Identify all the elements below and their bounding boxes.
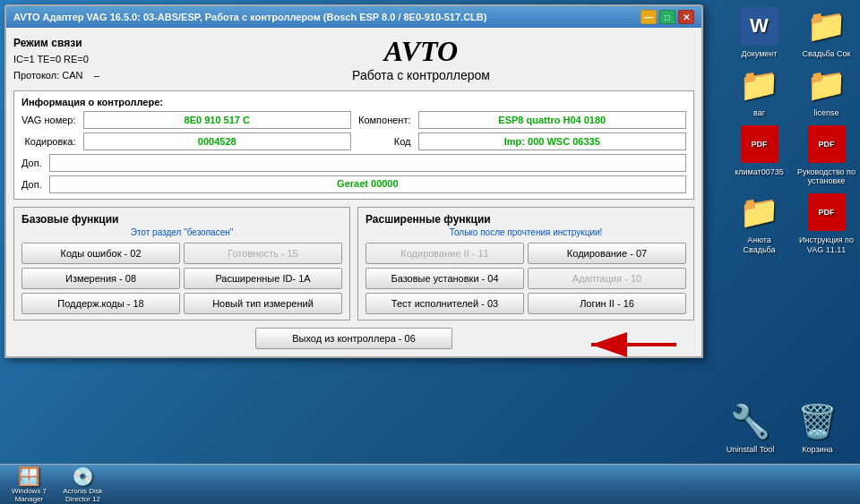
coding-button[interactable]: Кодирование - 07 xyxy=(528,243,686,264)
maximize-button[interactable]: □ xyxy=(659,10,675,24)
document-icon-label: Документ xyxy=(742,49,778,59)
license-icon-label: license xyxy=(813,108,838,118)
app-window: AVTO Адаптер VAG 16.5.0: 03-ABS/ESP, Раб… xyxy=(4,4,703,358)
acronis-label: Acronis DiskDirector 12 xyxy=(63,488,102,504)
kodrovka-label: Кодировка: xyxy=(22,136,76,147)
dop-row-2: Доп. Geraet 00000 xyxy=(22,175,686,193)
advanced-functions-title: Расширенные функции xyxy=(366,213,686,226)
uninstall-tool-area[interactable]: 🔧 Uninstall Tool xyxy=(721,400,779,455)
klimat-pdf-icon: PDF xyxy=(738,123,781,166)
controller-grid: VAG номер: 8E0 910 517 C Компонент: ESP8… xyxy=(22,111,686,150)
test-exec-button[interactable]: Тест исполнителей - 03 xyxy=(366,293,524,314)
close-button[interactable]: ✕ xyxy=(678,10,694,24)
basic-functions-subtitle: Этот раздел "безопасен" xyxy=(22,227,342,237)
instr-pdf-icon: PDF xyxy=(805,191,848,234)
kod-value: Imp: 000 WSC 06335 xyxy=(418,132,686,150)
controller-section-title: Информация о контроллере: xyxy=(22,97,686,107)
avto-title: AVTO Работа с контроллером xyxy=(148,35,694,82)
avto-big-title: AVTO xyxy=(148,35,694,68)
avto-subtitle: Работа с контроллером xyxy=(148,68,694,82)
dop-value-1 xyxy=(49,154,686,172)
measurements-button[interactable]: Измерения - 08 xyxy=(22,268,180,289)
svadba-sok-label: Свадьба Сок xyxy=(802,49,850,59)
recycle-bin-area[interactable]: 🗑️ Корзина xyxy=(788,400,847,455)
title-bar: AVTO Адаптер VAG 16.5.0: 03-ABS/ESP, Раб… xyxy=(6,6,701,28)
dop-label-2: Доп. xyxy=(22,179,42,190)
title-bar-buttons: — □ ✕ xyxy=(641,10,694,24)
anyuta-icon-label: Анюта Свадьба xyxy=(730,235,788,255)
minimize-button[interactable]: — xyxy=(641,10,657,24)
extended-id-button[interactable]: Расширенные ID- 1A xyxy=(184,268,342,289)
protocol-line: Протокол: CAN – xyxy=(13,68,148,84)
basic-functions-box: Базовые функции Этот раздел "безопасен" … xyxy=(13,207,350,320)
component-label: Компонент: xyxy=(358,115,411,125)
recycle-bin-icon: 🗑️ xyxy=(796,400,839,443)
advanced-functions-box: Расширенные функции Только после прочтен… xyxy=(357,207,694,320)
ic-te-re: IC=1 TE=0 RE=0 xyxy=(13,52,148,68)
desktop-row-3: PDF климат00735 PDF Руководство по устан… xyxy=(730,123,856,187)
dop-row-1: Доп. xyxy=(22,154,686,172)
app-header: Режим связи IC=1 TE=0 RE=0 Протокол: CAN… xyxy=(13,35,694,83)
windows7-manager-label: Windows 7Manager xyxy=(12,488,47,504)
desktop-icon-guide[interactable]: PDF Руководство по установке xyxy=(797,123,856,187)
desktop-icon-recycle[interactable]: 🗑️ Корзина xyxy=(788,400,847,455)
kodrovka-value: 0004528 xyxy=(83,132,351,150)
adaptation-button[interactable]: Адаптация - 10 xyxy=(528,268,686,289)
anyuta-folder-icon: 📁 xyxy=(738,191,781,234)
connection-info: Режим связи IC=1 TE=0 RE=0 Протокол: CAN… xyxy=(13,35,148,83)
vag-folder-icon: 📁 xyxy=(738,64,781,107)
right-desktop-area: W Документ 📁 Свадьба Сок 📁 ваг � xyxy=(730,4,856,255)
uninstall-icon: 🔧 xyxy=(729,400,772,443)
desktop-icon-uninstall[interactable]: 🔧 Uninstall Tool xyxy=(721,400,779,455)
protocol-label: Протокол: CAN xyxy=(13,70,83,81)
component-value: ESP8 quattro H04 0180 xyxy=(418,111,686,129)
support-codes-button[interactable]: Поддерж.коды - 18 xyxy=(22,293,180,314)
login2-button[interactable]: Логин II - 16 xyxy=(528,293,686,314)
coding2-button[interactable]: Кодирование II - 11 xyxy=(366,243,524,264)
error-codes-button[interactable]: Коды ошибок - 02 xyxy=(22,243,180,264)
exit-controller-button[interactable]: Выход из контроллера - 06 xyxy=(255,328,452,349)
readiness-button[interactable]: Готовность - 15 xyxy=(184,243,342,264)
desktop-icon-document[interactable]: W Документ xyxy=(730,4,788,59)
dop-label-1: Доп. xyxy=(22,158,42,168)
desktop-icon-anyuta[interactable]: 📁 Анюта Свадьба xyxy=(730,191,788,255)
mode-label: Режим связи xyxy=(13,35,148,52)
taskbar-windows7-manager[interactable]: 🪟 Windows 7Manager xyxy=(4,467,54,501)
vag-value: 8E0 910 517 C xyxy=(83,111,351,129)
advanced-functions-subtitle: Только после прочтения инструкции! xyxy=(366,227,686,237)
vag-label: VAG номер: xyxy=(22,115,76,125)
app-content: Режим связи IC=1 TE=0 RE=0 Протокол: CAN… xyxy=(6,28,701,356)
license-folder-icon: 📁 xyxy=(805,64,848,107)
protocol-dash: – xyxy=(94,70,99,81)
desktop-icon-vag[interactable]: 📁 ваг xyxy=(730,64,788,118)
folder-svadba-sok-icon: 📁 xyxy=(805,4,848,47)
kod-label: Код xyxy=(358,136,411,147)
desktop-icon-instr[interactable]: PDF Инструкция по VAG 11.11 xyxy=(797,191,856,255)
klimat-icon-label: климат00735 xyxy=(735,167,783,177)
desktop: AVTO Адаптер VAG 16.5.0: 03-ABS/ESP, Раб… xyxy=(0,0,860,504)
basic-functions-title: Базовые функции xyxy=(22,213,342,226)
functions-row: Базовые функции Этот раздел "безопасен" … xyxy=(13,207,694,320)
desktop-icon-license[interactable]: 📁 license xyxy=(797,64,856,118)
word-document-icon: W xyxy=(738,4,781,47)
instr-icon-label: Инструкция по VAG 11.11 xyxy=(797,235,856,255)
guide-pdf-icon: PDF xyxy=(805,123,848,166)
advanced-buttons-grid: Кодирование II - 11 Кодирование - 07 Баз… xyxy=(366,243,686,314)
basic-setup-button[interactable]: Базовые установки - 04 xyxy=(366,268,524,289)
red-arrow-annotation xyxy=(578,329,685,363)
desktop-row-1: W Документ 📁 Свадьба Сок xyxy=(730,4,856,59)
taskbar: 🪟 Windows 7Manager 💿 Acronis DiskDirecto… xyxy=(0,464,860,504)
guide-icon-label: Руководство по установке xyxy=(797,167,856,187)
recycle-bin-label: Корзина xyxy=(802,445,832,455)
dop-value-2: Geraet 00000 xyxy=(49,175,686,193)
new-measurement-type-button[interactable]: Новый тип измерений xyxy=(184,293,342,314)
desktop-icon-klimat[interactable]: PDF климат00735 xyxy=(730,123,788,187)
uninstall-icon-label: Uninstall Tool xyxy=(727,445,774,455)
desktop-icon-svadba-sok[interactable]: 📁 Свадьба Сок xyxy=(797,4,856,59)
red-arrow-svg xyxy=(578,329,685,361)
desktop-row-4: 📁 Анюта Свадьба PDF Инструкция по VAG 11… xyxy=(730,191,856,255)
basic-buttons-grid: Коды ошибок - 02 Готовность - 15 Измерен… xyxy=(22,243,342,314)
windows7-manager-icon: 🪟 xyxy=(18,466,40,487)
taskbar-acronis[interactable]: 💿 Acronis DiskDirector 12 xyxy=(58,467,108,501)
vag-icon-label: ваг xyxy=(753,108,765,118)
